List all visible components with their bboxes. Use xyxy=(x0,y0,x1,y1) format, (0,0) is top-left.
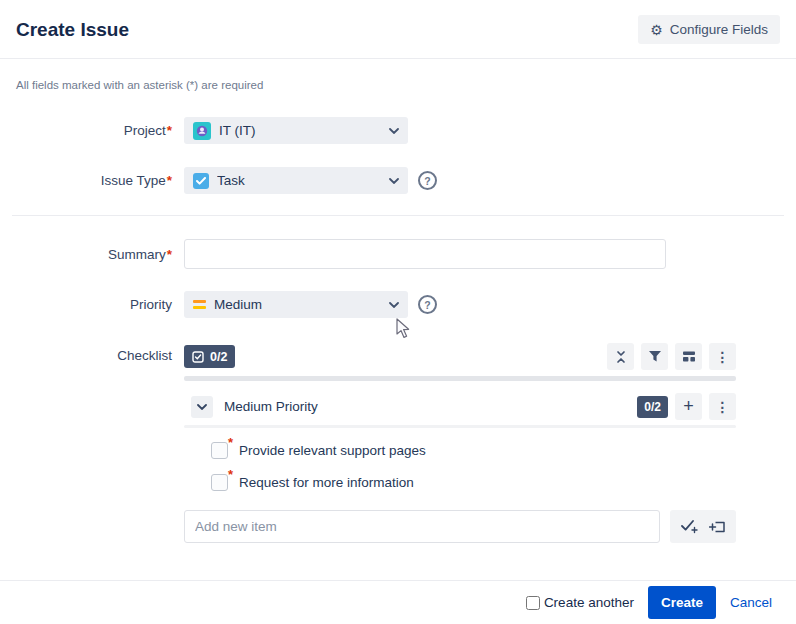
item-checkbox[interactable]: * xyxy=(211,474,228,491)
layout-icon xyxy=(682,350,696,363)
required-asterisk: * xyxy=(228,467,233,482)
item-label: Provide relevant support pages xyxy=(239,443,426,458)
required-asterisk: * xyxy=(167,123,172,138)
checklist-progress-bar xyxy=(184,376,736,381)
filter-button[interactable] xyxy=(641,343,668,370)
priority-label: Priority xyxy=(0,297,184,312)
add-checked-item-button[interactable] xyxy=(675,513,703,540)
kebab-menu-icon: ⋮ xyxy=(716,400,730,414)
mouse-cursor xyxy=(396,318,411,339)
checklist-label: Checklist xyxy=(0,343,184,363)
create-another-checkbox[interactable] xyxy=(526,596,540,610)
help-icon[interactable]: ? xyxy=(418,295,437,314)
gear-icon: ⚙ xyxy=(650,23,663,37)
project-select-value: IT (IT) xyxy=(219,123,381,138)
group-collapse-button[interactable] xyxy=(191,396,213,418)
add-multiple-items-button[interactable] xyxy=(703,513,731,540)
task-type-icon xyxy=(193,173,209,189)
checklist-progress-badge: 0/2 xyxy=(184,345,235,368)
issue-type-field-row: Issue Type* Task ? xyxy=(0,167,796,194)
add-to-list-icon xyxy=(709,520,726,534)
help-icon[interactable]: ? xyxy=(418,171,437,190)
priority-select[interactable]: Medium xyxy=(184,291,408,318)
add-item-actions xyxy=(670,510,736,543)
summary-label-text: Summary xyxy=(108,247,166,262)
group-actions: 0/2 + ⋮ xyxy=(637,393,736,420)
dialog-footer: Create another Create Cancel xyxy=(0,580,796,624)
chevron-down-icon xyxy=(389,302,399,308)
checklist-label-text: Checklist xyxy=(117,348,172,363)
chevron-down-icon xyxy=(389,128,399,134)
issue-type-select[interactable]: Task xyxy=(184,167,408,194)
checklist-field-row: Checklist 0/2 xyxy=(0,343,796,543)
issue-type-select-value: Task xyxy=(217,173,381,188)
project-label: Project* xyxy=(0,123,184,138)
required-fields-note: All fields marked with an asterisk (*) a… xyxy=(0,59,796,91)
create-button[interactable]: Create xyxy=(648,586,716,619)
add-item-row xyxy=(184,510,736,543)
required-asterisk: * xyxy=(167,247,172,262)
required-asterisk: * xyxy=(228,435,233,450)
configure-fields-label: Configure Fields xyxy=(670,22,768,37)
section-divider xyxy=(12,215,784,216)
collapse-icon xyxy=(614,350,628,364)
create-issue-dialog: Create Issue ⚙ Configure Fields All fiel… xyxy=(0,0,796,624)
priority-select-value: Medium xyxy=(214,297,381,312)
issue-type-label: Issue Type* xyxy=(0,173,184,188)
project-label-text: Project xyxy=(124,123,166,138)
group-progress-badge: 0/2 xyxy=(637,396,668,418)
project-select[interactable]: IT (IT) xyxy=(184,117,408,144)
checklist-header: 0/2 ⋮ xyxy=(184,343,736,370)
page-title: Create Issue xyxy=(16,19,129,41)
layout-button[interactable] xyxy=(675,343,702,370)
check-plus-icon xyxy=(681,519,698,534)
item-label: Request for more information xyxy=(239,475,414,490)
cancel-link[interactable]: Cancel xyxy=(730,595,772,610)
priority-field-row: Priority Medium ? xyxy=(0,291,796,318)
chevron-down-icon xyxy=(389,178,399,184)
group-title: Medium Priority xyxy=(224,399,637,414)
summary-field-row: Summary* xyxy=(0,239,796,269)
checklist-group-row: Medium Priority 0/2 + ⋮ xyxy=(184,393,736,420)
issue-type-label-text: Issue Type xyxy=(101,173,166,188)
checklist-item: * Request for more information xyxy=(211,469,736,495)
item-checkbox[interactable]: * xyxy=(211,442,228,459)
checklist-toolbar: ⋮ xyxy=(607,343,736,370)
priority-medium-icon xyxy=(193,300,206,309)
project-avatar-icon xyxy=(193,122,211,140)
filter-icon xyxy=(648,350,662,363)
group-add-item-button[interactable]: + xyxy=(675,393,702,420)
checklist-items: * Provide relevant support pages * Reque… xyxy=(211,437,736,495)
kebab-menu-icon: ⋮ xyxy=(716,350,730,364)
checklist-panel: 0/2 ⋮ xyxy=(184,343,736,543)
add-item-input[interactable] xyxy=(184,510,660,543)
group-progress-bar xyxy=(184,425,736,428)
group-menu-button[interactable]: ⋮ xyxy=(709,393,736,420)
create-another-label: Create another xyxy=(544,595,634,610)
required-asterisk: * xyxy=(167,173,172,188)
summary-label: Summary* xyxy=(0,247,184,262)
summary-input[interactable] xyxy=(184,239,666,269)
checklist-progress-count: 0/2 xyxy=(210,350,227,364)
create-another-option: Create another xyxy=(526,595,634,610)
collapse-all-button[interactable] xyxy=(607,343,634,370)
configure-fields-button[interactable]: ⚙ Configure Fields xyxy=(638,15,780,44)
project-field-row: Project* IT (IT) xyxy=(0,117,796,144)
chevron-down-icon xyxy=(197,404,207,410)
dialog-header: Create Issue ⚙ Configure Fields xyxy=(0,0,796,58)
checklist-item: * Provide relevant support pages xyxy=(211,437,736,463)
priority-label-text: Priority xyxy=(130,297,172,312)
checkbox-icon xyxy=(192,351,204,363)
checklist-menu-button[interactable]: ⋮ xyxy=(709,343,736,370)
plus-icon: + xyxy=(683,396,694,417)
